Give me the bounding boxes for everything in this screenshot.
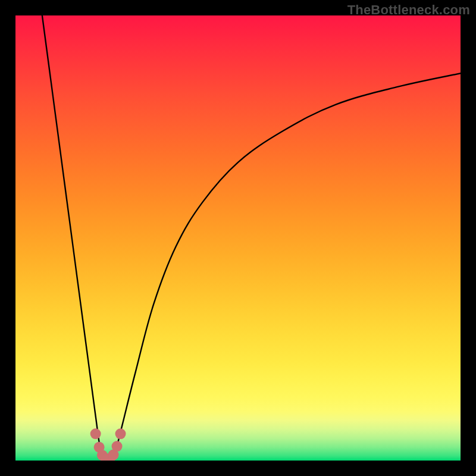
valley-markers: [90, 428, 126, 461]
chart-frame: TheBottleneck.com: [0, 0, 476, 476]
valley-marker: [115, 428, 126, 439]
watermark-text: TheBottleneck.com: [347, 2, 470, 18]
curve-layer: [15, 15, 461, 461]
valley-marker: [112, 441, 123, 452]
valley-marker: [90, 428, 101, 439]
plot-area: [15, 15, 461, 461]
series-right-branch: [114, 73, 461, 461]
series-left-branch: [42, 15, 105, 461]
series-lines: [42, 15, 461, 461]
